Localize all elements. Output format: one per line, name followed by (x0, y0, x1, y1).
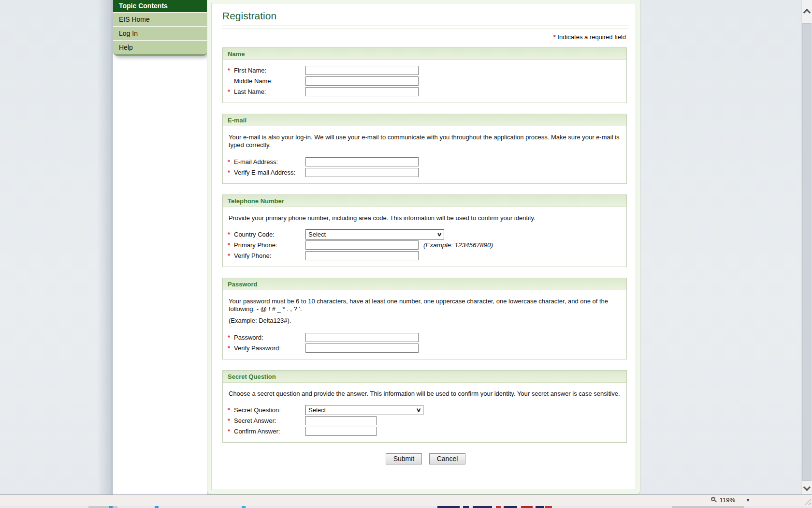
verify-phone-input[interactable] (305, 251, 419, 260)
middle-name-label: Middle Name: (234, 77, 305, 85)
section-email: E-mailYour e-mail is also your log-in. W… (222, 114, 627, 184)
cancel-button[interactable]: Cancel (429, 453, 466, 464)
required-asterisk: * (228, 252, 234, 259)
required-asterisk: * (228, 169, 234, 176)
sidebar-item-help[interactable]: Help (113, 40, 207, 54)
magnifier-plus-icon: + (710, 496, 717, 504)
required-asterisk: * (228, 231, 234, 238)
scrollbar-up-button[interactable] (802, 6, 812, 17)
sidebar-item-log-in[interactable]: Log In (113, 26, 207, 40)
field-row-verify-password: *Verify Password: (228, 343, 622, 353)
scrollbar-down-button[interactable] (802, 482, 812, 493)
required-asterisk: * (228, 334, 234, 341)
required-asterisk: * (228, 67, 234, 74)
window-sliver (545, 506, 552, 508)
section-secret-question-header: Secret Question (223, 371, 626, 383)
registration-panel: Registration * Indicates a required fiel… (211, 3, 636, 490)
zoom-control[interactable]: + 119% ▼ (710, 496, 750, 504)
window-sliver (473, 506, 492, 508)
content-wrapper: Registration * Indicates a required fiel… (207, 0, 640, 494)
verify-password-input[interactable] (305, 344, 419, 353)
verify-password-label: Verify Password: (234, 344, 305, 352)
field-row-confirm-answer: *Confirm Answer: (228, 426, 622, 436)
password-input[interactable] (305, 333, 419, 342)
field-row-primary-phone: *Primary Phone:(Example: 1234567890) (228, 240, 622, 250)
vertical-scrollbar[interactable] (801, 0, 812, 494)
window-sliver (109, 506, 113, 508)
verify-phone-label: Verify Phone: (234, 252, 305, 259)
primary-phone-hint: (Example: 1234567890) (423, 241, 493, 249)
secret-question-select[interactable]: Select∨ (305, 405, 423, 415)
field-row-password: *Password: (228, 332, 622, 343)
section-password-description: Your password must be 6 to 10 characters… (229, 298, 621, 314)
section-telephone-description: Provide your primary phone number, inclu… (229, 214, 621, 222)
secret-answer-label: Secret Answer: (234, 417, 305, 424)
required-asterisk: * (553, 33, 556, 41)
section-password: PasswordYour password must be 6 to 10 ch… (222, 278, 627, 359)
required-asterisk: * (228, 428, 234, 435)
verify-e-mail-address-input[interactable] (305, 168, 419, 177)
primary-phone-label: Primary Phone: (234, 241, 305, 249)
e-mail-address-input[interactable] (305, 157, 419, 166)
window-sliver (242, 506, 246, 508)
field-row-country-code: *Country Code:Select∨ (228, 229, 622, 239)
confirm-answer-input[interactable] (305, 427, 377, 436)
required-field-note: * Indicates a required field (222, 33, 626, 41)
section-telephone: Telephone NumberProvide your primary pho… (222, 194, 627, 267)
title-divider (222, 26, 629, 29)
last-name-input[interactable] (305, 87, 419, 96)
country-code-selected-value: Select (308, 231, 326, 238)
first-name-input[interactable] (305, 66, 419, 75)
required-asterisk: * (228, 417, 234, 424)
scrollbar-thumb[interactable] (802, 23, 812, 481)
field-row-first-name: *First Name: (228, 65, 622, 75)
required-asterisk: * (228, 406, 234, 414)
form-sections: Name*First Name:Middle Name:*Last Name:E… (222, 47, 629, 443)
submit-button[interactable]: Submit (386, 453, 422, 464)
field-row-middle-name: Middle Name: (228, 76, 622, 86)
sidebar-menu-items: EIS HomeLog InHelp (113, 12, 207, 54)
sidebar-header: Topic Contents (113, 0, 207, 12)
e-mail-address-label: E-mail Address: (234, 158, 305, 165)
status-bar: + 119% ▼ (0, 494, 812, 506)
field-row-secret-question: *Secret Question:Select∨ (228, 405, 622, 415)
section-password-description: (Example: Delta123#). (229, 317, 621, 325)
chevron-up-icon (803, 9, 811, 16)
field-row-verify-e-mail-address: *Verify E-mail Address: (228, 167, 622, 178)
window-sliver (521, 506, 533, 508)
first-name-label: First Name: (234, 67, 305, 74)
zoom-level: 119% (720, 496, 735, 504)
section-email-header: E-mail (223, 114, 626, 126)
required-asterisk: * (228, 241, 234, 249)
required-asterisk: * (228, 344, 234, 352)
required-asterisk: * (228, 158, 234, 165)
field-row-secret-answer: *Secret Answer: (228, 416, 622, 426)
form-buttons: Submit Cancel (222, 453, 629, 464)
window-sliver (504, 506, 517, 508)
resize-grip[interactable] (804, 498, 811, 505)
secret-answer-input[interactable] (305, 416, 377, 425)
sidebar-item-eis-home[interactable]: EIS Home (113, 12, 207, 26)
window-sliver (672, 506, 744, 508)
sidebar-shadow (97, 0, 113, 494)
section-secret-question: Secret QuestionChoose a secret question … (222, 370, 627, 443)
window-sliver (155, 506, 159, 508)
page-title: Registration (222, 10, 629, 22)
taskbar-icon-slivers (0, 506, 812, 508)
last-name-label: Last Name: (234, 88, 305, 95)
topic-sidebar: Topic Contents EIS HomeLog InHelp (113, 0, 208, 494)
password-label: Password: (234, 334, 305, 341)
topic-menu: Topic Contents EIS HomeLog InHelp (113, 0, 207, 56)
chevron-down-icon (803, 483, 811, 491)
section-password-header: Password (223, 278, 626, 290)
primary-phone-input[interactable] (305, 240, 419, 250)
field-row-verify-phone: *Verify Phone: (228, 251, 622, 261)
field-row-e-mail-address: *E-mail Address: (228, 157, 622, 167)
window-sliver (437, 506, 460, 508)
middle-name-input[interactable] (305, 76, 419, 86)
secret-question-label: Secret Question: (234, 406, 305, 414)
section-telephone-header: Telephone Number (223, 195, 626, 207)
country-code-select[interactable]: Select∨ (305, 229, 444, 239)
field-row-last-name: *Last Name: (228, 87, 622, 97)
confirm-answer-label: Confirm Answer: (234, 428, 305, 435)
